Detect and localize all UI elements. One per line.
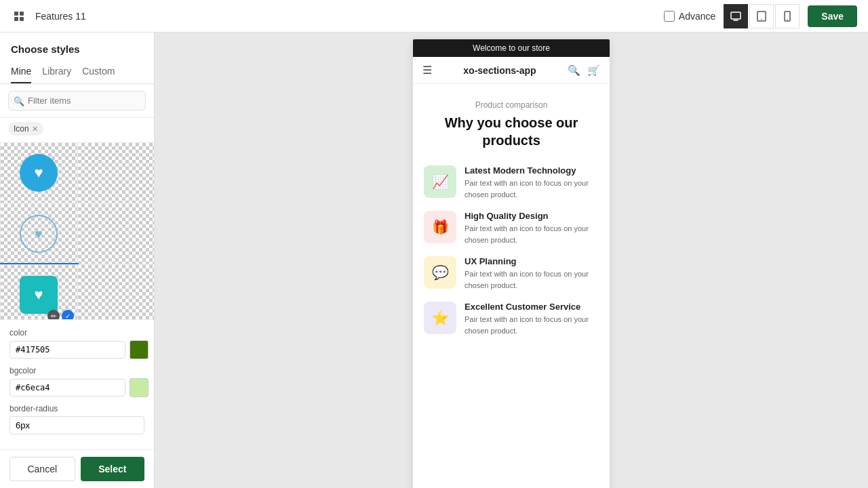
icon-grid: ♥ ♥ ♥ ✏ ✓ [0,142,154,319]
icon-cell-1[interactable]: ♥ [0,142,77,203]
view-buttons [724,4,800,28]
heart-icon: ♥ [34,164,43,182]
feature-title-2: UX Planning [465,256,599,266]
border-radius-label: border-radius [9,404,144,413]
preview-card: Welcome to our store ☰ xo-sections-app 🔍… [413,39,610,488]
feature-title-3: Excellent Customer Service [465,302,599,312]
product-hero: Product comparison Why you choose our pr… [413,84,610,160]
advance-label: Advance [679,11,715,22]
filter-row: Icon ✕ [0,118,154,142]
feature-text-0: Latest Modern Technology Pair text with … [465,165,599,200]
feature-icon-1: 🎁 [424,211,456,243]
feature-text-1: High Quality Design Pair text with an ic… [465,211,599,245]
feature-item-2: 💬 UX Planning Pair text with an icon to … [424,256,599,291]
filter-tag-icon[interactable]: Icon ✕ [8,122,43,136]
svg-rect-0 [14,12,18,16]
feature-item-0: 📈 Latest Modern Technology Pair text wit… [424,165,599,200]
view-desktop-button[interactable] [724,4,748,28]
feature-text-2: UX Planning Pair text with an icon to fo… [465,256,599,291]
border-radius-setting: border-radius [9,404,144,434]
bgcolor-text-input[interactable] [9,379,125,396]
tab-custom[interactable]: Custom [82,60,115,83]
color-label: color [9,328,144,338]
bgcolor-swatch[interactable] [130,378,149,397]
svg-rect-4 [731,12,741,19]
feature-desc-1: Pair text with an icon to focus on your … [465,223,599,245]
search-input[interactable] [8,91,146,110]
icon-cell-3[interactable]: ♥ [0,203,77,264]
panel-title: Choose styles [0,33,154,60]
color-setting: color [9,328,144,359]
back-icon[interactable] [11,8,27,24]
feature-text-3: Excellent Customer Service Pair text wit… [465,302,599,336]
border-radius-input[interactable] [9,416,144,434]
bottom-buttons: Cancel Select [0,449,154,488]
icon-cell-4[interactable] [77,203,154,264]
feature-icon-emoji-1: 🎁 [432,219,449,235]
tab-library[interactable]: Library [42,60,71,83]
feature-icon-3: ⭐ [424,302,456,334]
icon-cell-2[interactable] [77,142,154,203]
bgcolor-label: bgcolor [9,366,144,375]
outline-circle-icon: ♥ [20,215,58,253]
topbar-right: Advance Save [664,4,857,28]
confirm-icon-button[interactable]: ✓ [62,310,74,319]
icon-cell-6[interactable] [77,264,154,319]
svg-rect-1 [20,12,24,16]
feature-icon-0: 📈 [424,165,456,198]
save-button[interactable]: Save [808,5,857,27]
cart-nav-icon[interactable]: 🛒 [587,64,600,77]
cell-overlay: ✏ ✓ [47,310,74,319]
feature-item-3: ⭐ Excellent Customer Service Pair text w… [424,302,599,336]
feature-icon-emoji-2: 💬 [432,264,449,281]
store-nav: ☰ xo-sections-app 🔍 🛒 [413,57,610,84]
blue-circle-icon: ♥ [20,154,58,192]
feature-desc-2: Pair text with an icon to focus on your … [465,268,599,291]
search-wrapper: 🔍 [8,91,146,110]
nav-icons: 🔍 🛒 [568,64,600,77]
tab-mine[interactable]: Mine [11,60,31,83]
cancel-button[interactable]: Cancel [9,457,75,481]
topbar: Features 11 Advance Save [0,0,868,33]
feature-icon-emoji-3: ⭐ [432,310,449,326]
store-banner: Welcome to our store [413,39,610,57]
canvas-area: Welcome to our store ☰ xo-sections-app 🔍… [155,33,868,488]
main-area: Choose styles Mine Library Custom 🔍 Icon… [0,33,868,488]
section-label: Product comparison [424,100,599,110]
teal-square-icon: ♥ [20,276,58,314]
color-swatch[interactable] [130,340,149,359]
svg-rect-2 [14,17,18,21]
menu-icon[interactable]: ☰ [422,64,432,77]
settings-section: color bgcolor border-radius [0,319,154,449]
search-icon: 🔍 [14,96,24,106]
advance-checkbox-label[interactable]: Advance [664,11,715,22]
svg-point-6 [761,18,762,20]
feature-title-1: High Quality Design [465,211,599,221]
store-name: xo-sections-app [463,65,536,76]
filter-tag-label: Icon [14,124,29,134]
topbar-left: Features 11 [11,8,86,24]
feature-desc-0: Pair text with an icon to focus on your … [465,178,599,200]
edit-icon-button[interactable]: ✏ [47,310,60,319]
svg-point-8 [787,18,788,19]
filter-tag-remove[interactable]: ✕ [32,125,38,134]
heart-teal-icon: ♥ [34,286,43,304]
search-bar: 🔍 [0,84,154,118]
bgcolor-setting: bgcolor [9,366,144,397]
section-title: Why you choose our products [424,114,599,149]
feature-list: 📈 Latest Modern Technology Pair text wit… [413,160,610,350]
advance-checkbox[interactable] [664,11,675,22]
left-panel: Choose styles Mine Library Custom 🔍 Icon… [0,33,155,488]
view-mobile-button[interactable] [775,4,800,28]
feature-desc-3: Pair text with an icon to focus on your … [465,314,599,336]
icon-cell-5[interactable]: ♥ ✏ ✓ [0,264,77,319]
bgcolor-input-row [9,378,144,397]
view-tablet-button[interactable] [749,4,774,28]
search-nav-icon[interactable]: 🔍 [568,64,580,77]
feature-item-1: 🎁 High Quality Design Pair text with an … [424,211,599,245]
color-text-input[interactable] [9,341,125,359]
select-button[interactable]: Select [81,457,145,481]
heart-outline-icon: ♥ [35,226,43,242]
feature-title-0: Latest Modern Technology [465,165,599,176]
color-input-row [9,340,144,359]
